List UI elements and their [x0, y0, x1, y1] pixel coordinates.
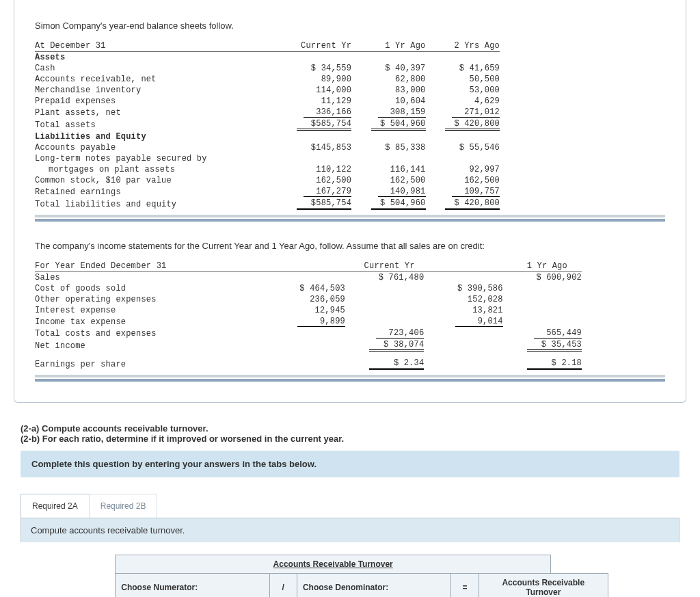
- row-sales-b: $ 600,902: [503, 272, 582, 284]
- row-re-a: 167,279: [304, 187, 351, 197]
- row-prep-b: 10,604: [351, 96, 425, 107]
- row-tce-label: Total costs and expenses: [35, 328, 267, 339]
- answer-area: Accounts Receivable Turnover Choose Nume…: [21, 555, 608, 597]
- row-sales-label: Sales: [35, 272, 267, 284]
- balance-sheet-table: At December 31 Current Yr 1 Yr Ago 2 Yrs…: [35, 40, 500, 211]
- row-tle-a: $585,754: [297, 198, 351, 210]
- row-cs-a: 162,500: [278, 175, 351, 186]
- row-ite-label: Income tax expense: [35, 316, 267, 328]
- row-inv-a: 114,000: [278, 85, 351, 96]
- bs-hdr-col3: 2 Yrs Ago: [426, 40, 500, 52]
- row-tle-c: $ 420,800: [445, 198, 500, 210]
- row-ooe-label: Other operating expenses: [35, 294, 267, 305]
- turnover-grid: Accounts Receivable Turnover Choose Nume…: [21, 555, 608, 597]
- row-cash-a: $ 34,559: [278, 63, 351, 74]
- is-hdr-c1: Current Yr: [345, 261, 424, 272]
- problem-card: Simon Company's year-end balance sheets …: [14, 0, 686, 403]
- row-ta-label: Total assets: [35, 118, 278, 131]
- row-prep-a: 11,129: [278, 96, 351, 107]
- is-intro: The company's income statements for the …: [35, 241, 665, 251]
- equals-header: =: [451, 574, 479, 598]
- row-cs-label: Common stock, $10 par value: [35, 175, 278, 186]
- question-block: (2-a) Compute accounts receivable turnov…: [21, 423, 679, 444]
- row-re-b: 140,981: [378, 187, 426, 197]
- row-tle-label: Total liabilities and equity: [35, 198, 278, 211]
- row-ltnp-label: Long-term notes payable secured by: [35, 153, 278, 164]
- row-ooe-b: 152,028: [424, 294, 502, 305]
- row-re-label: Retained earnings: [35, 186, 278, 198]
- row-plant-c: 271,012: [452, 107, 500, 118]
- row-cs-c: 162,500: [426, 175, 500, 186]
- row-plant-a: 336,166: [304, 107, 351, 118]
- row-ar-label: Accounts receivable, net: [35, 74, 278, 85]
- row-cogs-a: $ 464,503: [267, 283, 345, 294]
- rule-icon: [35, 215, 665, 217]
- result-header: Accounts Receivable Turnover: [479, 574, 608, 598]
- tab-row: Required 2A Required 2B: [21, 494, 679, 518]
- row-ap-b: $ 85,338: [351, 142, 425, 153]
- row-cash-b: $ 40,397: [351, 63, 425, 74]
- row-plant-b: 308,159: [378, 107, 426, 118]
- row-ooe-a: 236,059: [267, 294, 345, 305]
- row-ap-a: $145,853: [278, 142, 351, 153]
- row-ar-b: 62,800: [351, 74, 425, 85]
- row-plant-label: Plant assets, net: [35, 107, 278, 118]
- row-ie-a: 12,945: [267, 305, 345, 316]
- q2b-text: (2-b) For each ratio, determine if it im…: [21, 434, 344, 444]
- row-ar-a: 89,900: [278, 74, 351, 85]
- numerator-header: Choose Numerator:: [116, 574, 269, 598]
- row-tce-a: 723,406: [376, 328, 424, 339]
- rule-icon: [35, 219, 665, 222]
- row-cash-c: $ 41,659: [426, 63, 500, 74]
- tab-subtitle: Compute accounts receivable turnover.: [21, 518, 679, 542]
- row-ar-c: 50,500: [426, 74, 500, 85]
- bs-hdr-col2: 1 Yr Ago: [351, 40, 425, 52]
- tab-required-2b[interactable]: Required 2B: [89, 494, 158, 518]
- row-ite-b: 9,014: [455, 317, 503, 327]
- row-ie-b: 13,821: [424, 305, 502, 316]
- row-tce-b: 565,449: [534, 328, 582, 339]
- row-ap-label: Accounts payable: [35, 142, 278, 153]
- row-ni-b: $ 35,453: [527, 340, 582, 351]
- row-ni-label: Net income: [35, 339, 267, 352]
- row-ta-a: $585,754: [297, 119, 351, 131]
- row-inv-label: Merchandise inventory: [35, 85, 278, 96]
- is-hdr-c0: For Year Ended December 31: [35, 261, 267, 272]
- income-statement-table: For Year Ended December 31 Current Yr 1 …: [35, 261, 582, 371]
- row-ta-c: $ 420,800: [445, 119, 500, 131]
- row-prep-label: Prepaid expenses: [35, 96, 278, 107]
- bs-hdr-col0: At December 31: [35, 40, 278, 52]
- row-cs-b: 162,500: [351, 175, 425, 186]
- row-ltnp2-c: 92,997: [426, 164, 500, 175]
- row-ltnp2-label: mortgages on plant assets: [35, 164, 278, 175]
- row-eps-label: Earnings per share: [35, 358, 267, 371]
- row-cogs-label: Cost of goods sold: [35, 283, 267, 294]
- row-eps-a: $ 2.34: [369, 358, 424, 370]
- row-ite-a: 9,899: [297, 317, 345, 327]
- slash-header: /: [269, 574, 297, 598]
- is-hdr-c2: 1 Yr Ago: [503, 261, 582, 272]
- row-prep-c: 4,629: [426, 96, 500, 107]
- row-eps-b: $ 2.18: [527, 358, 582, 370]
- row-ap-c: $ 55,546: [426, 142, 500, 153]
- row-inv-b: 83,000: [351, 85, 425, 96]
- row-tle-b: $ 504,960: [371, 198, 426, 210]
- tab-required-2a[interactable]: Required 2A: [21, 494, 90, 518]
- row-ie-label: Interest expense: [35, 305, 267, 316]
- row-ni-a: $ 38,074: [369, 340, 424, 351]
- bs-hdr-col1: Current Yr: [278, 40, 351, 52]
- row-ltnp2-a: 110,122: [278, 164, 351, 175]
- rule-icon: [35, 379, 665, 382]
- intro-text: Simon Company's year-end balance sheets …: [35, 21, 665, 31]
- row-ltnp2-b: 116,141: [351, 164, 425, 175]
- row-cogs-b: $ 390,586: [424, 283, 502, 294]
- denominator-header: Choose Denominator:: [297, 574, 450, 598]
- row-sales-a: $ 761,480: [345, 272, 424, 284]
- grid-title: Accounts Receivable Turnover: [116, 555, 551, 574]
- row-re-c: 109,757: [452, 187, 500, 197]
- instruction-banner: Complete this question by entering your …: [21, 451, 679, 477]
- row-inv-c: 53,000: [426, 85, 500, 96]
- rule-icon: [35, 375, 665, 377]
- row-ta-b: $ 504,960: [371, 119, 426, 131]
- q2a-text: (2-a) Compute accounts receivable turnov…: [21, 423, 208, 434]
